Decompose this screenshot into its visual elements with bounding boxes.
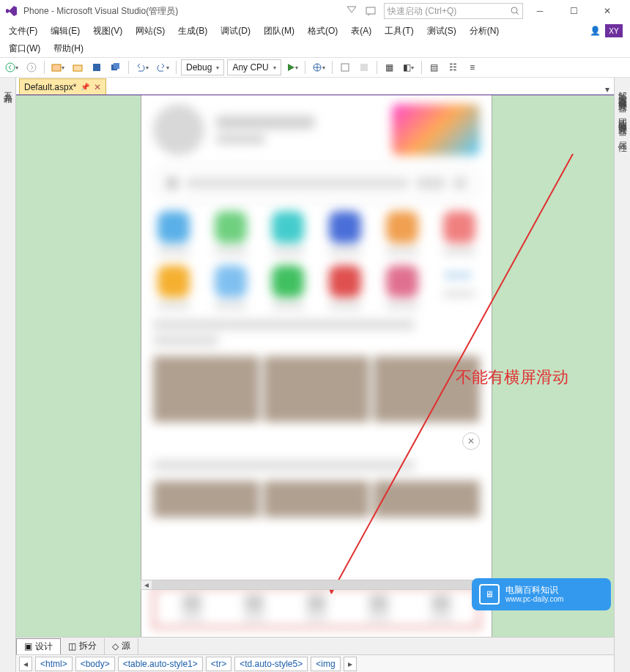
search-bar[interactable]	[153, 166, 480, 201]
start-button[interactable]: ▾	[284, 59, 300, 75]
undo-button[interactable]: ▾	[133, 59, 151, 75]
minimize-button[interactable]: ─	[523, 0, 557, 22]
breadcrumb-td[interactable]: <td.auto-style5>	[234, 657, 308, 671]
user-badge[interactable]: XY	[605, 24, 623, 37]
svg-rect-12	[360, 64, 368, 71]
menu-view[interactable]: 视图(V)	[87, 23, 128, 39]
menu-build[interactable]: 生成(B)	[172, 23, 213, 39]
breadcrumb-tr[interactable]: <tr>	[206, 657, 231, 671]
new-project-button[interactable]: ▾	[49, 59, 67, 75]
menu-debug[interactable]: 调试(D)	[215, 23, 256, 39]
tool-a-button[interactable]	[337, 59, 353, 75]
more-icon[interactable]: •••	[443, 265, 475, 286]
search-icon	[511, 7, 519, 15]
feed-photos-2	[153, 481, 480, 517]
preview-horizontal-scrollbar[interactable]: ◂ ▸	[141, 580, 492, 590]
tab-source[interactable]: ◇ 源	[105, 638, 138, 654]
svg-point-4	[27, 63, 36, 72]
tool-c-button[interactable]: ▦	[382, 59, 398, 75]
scroll-left-icon[interactable]: ◂	[141, 580, 152, 589]
menubar-row2: 窗口(W) 帮助(H)	[0, 40, 630, 57]
monitor-icon: 🖥	[479, 584, 500, 605]
pin-icon[interactable]: 📌	[81, 83, 89, 91]
svg-point-3	[6, 63, 15, 72]
svg-rect-5	[52, 64, 61, 71]
nav-item-5[interactable]	[430, 595, 452, 620]
menu-edit[interactable]: 编辑(E)	[45, 23, 86, 39]
watermark: 🖥 电脑百科知识 www.pc-daily.com	[472, 578, 611, 610]
quick-launch-input[interactable]: 快速启动 (Ctrl+Q)	[384, 3, 523, 19]
nav-fwd-button[interactable]	[23, 59, 40, 75]
nav-back-button[interactable]: ▾	[3, 59, 21, 75]
tool-g-button[interactable]: ≡	[464, 59, 481, 75]
bottom-nav	[153, 587, 480, 628]
design-surface[interactable]: ••• ✕	[16, 95, 614, 637]
toolbar: ▾ ▾ ▾ ▾ Debug▾ Any CPU▾ ▾ ▾ ▦ ◧▾ ▤ ☷ ≡	[0, 57, 630, 78]
menu-help[interactable]: 帮助(H)	[48, 41, 89, 56]
feed-title	[153, 320, 480, 346]
view-mode-tabs: ▣ 设计 ◫ 拆分 ◇ 源	[16, 637, 614, 654]
feed-photos-1	[153, 356, 480, 422]
toolbox-tab[interactable]: 工具箱	[0, 78, 16, 672]
right-sidebar: 解决方案资源管理器 团队资源管理器 属性	[614, 78, 630, 672]
notifications-icon[interactable]	[346, 5, 357, 17]
solution-explorer-tab[interactable]: 解决方案资源管理器	[616, 82, 629, 101]
window-title: Phone - Microsoft Visual Studio(管理员)	[23, 5, 178, 18]
tab-label: Default.aspx*	[24, 82, 76, 92]
menu-team[interactable]: 团队(M)	[258, 23, 300, 39]
svg-point-1	[511, 7, 517, 13]
menu-tools[interactable]: 工具(T)	[379, 23, 419, 39]
breadcrumb-body[interactable]: <body>	[75, 657, 115, 671]
tab-close-icon[interactable]: ✕	[94, 82, 101, 92]
svg-rect-0	[366, 7, 375, 14]
save-button[interactable]	[89, 59, 105, 75]
breadcrumb-html[interactable]: <html>	[35, 657, 73, 671]
save-all-button[interactable]	[108, 59, 124, 75]
menu-format[interactable]: 格式(O)	[302, 23, 344, 39]
redo-button[interactable]: ▾	[154, 59, 171, 75]
feed-title-2	[153, 460, 480, 470]
watermark-title: 电脑百科知识	[505, 586, 563, 595]
tool-e-button[interactable]: ▤	[426, 59, 442, 75]
feed-close-icon[interactable]: ✕	[462, 432, 480, 450]
breadcrumb-table[interactable]: <table.auto-style1>	[118, 657, 203, 671]
menu-analyze[interactable]: 分析(N)	[464, 23, 505, 39]
breadcrumb-next[interactable]: ▸	[344, 657, 357, 671]
sign-in-icon[interactable]: 👤	[589, 25, 601, 37]
tab-split[interactable]: ◫ 拆分	[61, 638, 105, 654]
platform-dropdown[interactable]: Any CPU▾	[227, 59, 281, 75]
promo-image	[392, 104, 480, 155]
maximize-button[interactable]: ☐	[557, 0, 590, 22]
tool-b-button[interactable]	[356, 59, 372, 75]
properties-tab[interactable]: 属性	[616, 132, 629, 141]
nav-item-3[interactable]	[305, 595, 327, 620]
phone-preview: ••• ✕	[141, 95, 492, 637]
menu-test[interactable]: 测试(S)	[421, 23, 462, 39]
tab-default-aspx[interactable]: Default.aspx* 📌 ✕	[19, 78, 106, 95]
nav-item-1[interactable]	[181, 595, 203, 620]
avatar	[153, 104, 204, 155]
nav-item-4[interactable]	[368, 595, 390, 620]
tool-d-button[interactable]: ◧▾	[401, 59, 417, 75]
tabstrip-dropdown[interactable]: ▾	[601, 84, 614, 95]
menu-site[interactable]: 网站(S)	[130, 23, 171, 39]
config-dropdown[interactable]: Debug▾	[181, 59, 224, 75]
document-tabstrip: Default.aspx* 📌 ✕ ▾	[16, 78, 614, 95]
browser-link-button[interactable]: ▾	[310, 59, 327, 75]
tag-breadcrumb: ◂ <html> <body> <table.auto-style1> <tr>…	[16, 654, 614, 672]
tab-design[interactable]: ▣ 设计	[16, 638, 61, 654]
menu-file[interactable]: 文件(F)	[3, 23, 43, 39]
breadcrumb-prev[interactable]: ◂	[19, 657, 32, 671]
team-explorer-tab[interactable]: 团队资源管理器	[616, 108, 629, 125]
svg-rect-7	[93, 64, 100, 71]
nav-item-2[interactable]	[243, 595, 265, 620]
menu-window[interactable]: 窗口(W)	[3, 41, 46, 56]
feedback-icon[interactable]	[365, 5, 377, 17]
open-button[interactable]	[70, 59, 86, 75]
svg-rect-11	[341, 64, 349, 71]
breadcrumb-img[interactable]: <img	[311, 657, 340, 671]
menu-table[interactable]: 表(A)	[345, 23, 377, 39]
icon-row-2: •••	[153, 265, 480, 309]
tool-f-button[interactable]: ☷	[445, 59, 462, 75]
close-button[interactable]: ✕	[590, 0, 624, 22]
